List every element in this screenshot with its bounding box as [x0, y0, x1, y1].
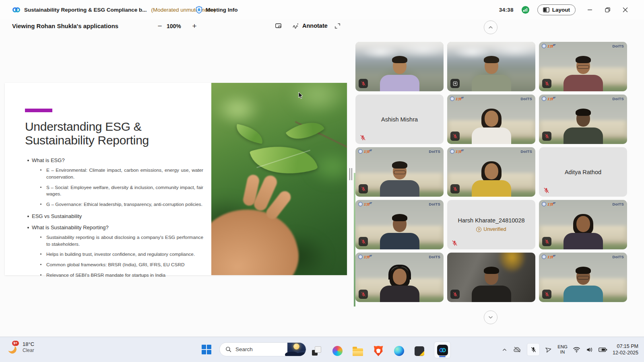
expand-view-icon[interactable] — [332, 21, 343, 31]
search-placeholder: Search — [235, 346, 283, 352]
mic-muted-icon — [359, 134, 366, 141]
weather-widget[interactable]: 9+ 18°C Clear — [8, 341, 34, 354]
panel-resize-handle[interactable] — [349, 168, 353, 180]
webex-logo-icon — [12, 6, 21, 14]
close-button[interactable] — [622, 7, 628, 12]
layout-button[interactable]: Layout — [537, 4, 576, 15]
file-explorer-icon[interactable] — [352, 345, 364, 357]
webex-window: Sustainability Reporting & ESG Complianc… — [0, 0, 644, 362]
iit-roorkee-logo: 1⁊3IIT — [358, 202, 372, 206]
language-indicator[interactable]: ENGIN — [557, 344, 568, 355]
participant-tile-video[interactable]: 1⁊3IITDoITS — [355, 147, 444, 197]
copilot-icon[interactable] — [331, 345, 343, 357]
participant-tile-video[interactable]: 1⁊3IITDoITS — [539, 95, 627, 144]
webex-taskbar-icon[interactable] — [434, 341, 451, 358]
shared-screen-view-button[interactable] — [273, 21, 284, 31]
layout-button-label: Layout — [552, 7, 570, 13]
share-toolbar: Viewing Rohan Shukla's applications − 10… — [0, 19, 644, 35]
participant-person — [376, 57, 424, 91]
participant-person — [467, 57, 516, 91]
zoom-level: 100% — [167, 23, 181, 29]
minimize-button[interactable] — [587, 7, 592, 12]
mic-muted-icon — [542, 290, 551, 299]
iit-roorkee-logo: 1⁊3IIT — [450, 149, 463, 154]
unverified-badge: ?Unverified — [476, 226, 506, 232]
zoom-in-button[interactable]: + — [189, 21, 200, 31]
slide-bullet: S – Social: Employee welfare, diversity … — [25, 184, 203, 198]
doits-watermark: DoITS — [613, 97, 624, 101]
windows-taskbar: 9+ 18°C Clear Search — [0, 337, 644, 362]
slide-bullet: Helps in building trust, investor confid… — [25, 251, 203, 258]
participant-person — [376, 268, 424, 302]
brave-browser-icon[interactable] — [372, 345, 384, 357]
battery-charging-icon[interactable] — [599, 347, 607, 353]
participant-tile-video[interactable]: 1⁊3IITDoITS — [355, 253, 444, 302]
leaf-photo — [211, 83, 347, 275]
participant-tile-video[interactable]: 1⁊3IITDoITS — [447, 147, 535, 197]
search-icon — [225, 346, 231, 352]
participant-tile-video[interactable]: 1⁊3IITDoITS — [355, 200, 444, 249]
zoom-out-button[interactable]: − — [155, 21, 165, 31]
viewing-label: Viewing Rohan Shukla's applications — [12, 23, 118, 29]
shield-icon — [196, 6, 202, 14]
participant-tile-video[interactable] — [447, 253, 535, 302]
sticky-notes-icon[interactable] — [413, 345, 425, 357]
task-view-button[interactable] — [311, 345, 323, 357]
pen-arrow-icon[interactable] — [545, 346, 552, 353]
iit-roorkee-logo: 1⁊3IIT — [542, 202, 555, 206]
participant-person — [467, 162, 516, 197]
participant-tile-name[interactable]: Ashish Mishra — [355, 95, 444, 144]
slide-bullet: What is Sustainability Reporting? — [25, 224, 203, 230]
start-button[interactable] — [202, 345, 211, 354]
annotate-pen-icon — [292, 23, 299, 29]
mic-muted-icon — [542, 237, 551, 246]
mic-muted-icon — [450, 132, 460, 141]
screen-sharing-icon — [450, 79, 460, 88]
doits-watermark: DoITS — [521, 149, 532, 154]
iit-roorkee-logo: 1⁊3IIT — [358, 149, 372, 154]
annotate-button[interactable]: Annotate — [291, 21, 329, 31]
meeting-info-button[interactable]: Meeting Info — [196, 6, 238, 14]
scroll-down-button[interactable] — [484, 311, 497, 324]
volume-icon[interactable] — [586, 346, 593, 353]
mic-muted-icon — [451, 240, 458, 247]
tray-mic-muted-icon[interactable] — [527, 343, 540, 356]
mic-muted-icon — [359, 79, 368, 88]
edge-browser-icon[interactable] — [393, 345, 405, 357]
iit-roorkee-logo: 1⁊3IIT — [542, 97, 555, 101]
participant-tile-video[interactable]: 1⁊3IITDoITS — [447, 95, 535, 144]
iit-roorkee-logo: 1⁊3IIT — [542, 255, 555, 259]
mic-muted-icon — [359, 290, 368, 299]
tray-chevron-up-icon[interactable] — [502, 347, 508, 353]
annotate-label: Annotate — [302, 23, 328, 29]
participant-name: Harsh Kharate_24810028 — [458, 217, 524, 224]
mouse-cursor — [298, 92, 304, 101]
restore-button[interactable] — [605, 7, 610, 12]
taskbar-clock[interactable]: 07:15 PM 12-02-2025 — [613, 343, 638, 356]
mic-muted-icon — [543, 187, 550, 194]
weather-temp: 18°C — [23, 341, 34, 348]
participant-tile-video[interactable]: 1⁊3IITDoITS — [539, 200, 627, 249]
taskbar-search[interactable]: Search — [219, 342, 306, 356]
slide-bullet: E – Environmental: Climate impact, carbo… — [25, 167, 203, 181]
participant-tile-video[interactable] — [355, 42, 444, 91]
participant-tile-name[interactable]: Harsh Kharate_24810028?Unverified — [447, 200, 535, 249]
participant-tile-name[interactable]: Aditya Rathod — [539, 147, 627, 197]
weather-condition: Clear — [23, 348, 34, 354]
participant-tile-video[interactable]: 1⁊3IITDoITS — [539, 253, 627, 302]
scroll-up-button[interactable] — [484, 21, 497, 34]
iit-roorkee-logo: 1⁊3IIT — [542, 44, 555, 48]
slide-bullet: G – Governance: Ethical leadership, tran… — [25, 201, 203, 208]
participant-person — [467, 110, 516, 144]
participant-person — [467, 268, 516, 302]
onedrive-paused-icon[interactable] — [513, 346, 522, 353]
slide-bullet: ESG vs Sustainability — [25, 213, 203, 219]
participant-tile-video[interactable]: 1⁊3IITDoITS — [539, 42, 627, 91]
wifi-icon[interactable] — [573, 346, 580, 353]
mic-muted-icon — [450, 290, 460, 299]
participant-person — [376, 215, 424, 249]
slide-title: Understanding ESG & Sustainability Repor… — [25, 120, 149, 147]
mic-muted-icon — [542, 132, 551, 141]
connection-quality-icon[interactable] — [522, 6, 529, 14]
participant-tile-video[interactable] — [447, 42, 535, 91]
